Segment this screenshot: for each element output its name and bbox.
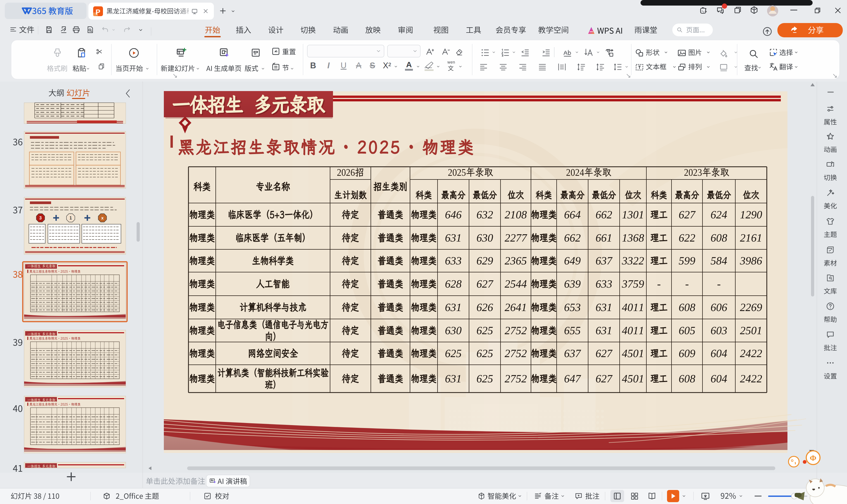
svg-text:S: S: [370, 61, 375, 70]
svg-text:P: P: [95, 8, 100, 16]
svg-text:3: 3: [39, 216, 42, 220]
svg-text:X²: X²: [383, 61, 391, 70]
svg-text:1: 1: [70, 216, 72, 220]
svg-text:A: A: [356, 61, 362, 70]
svg-text:A: A: [406, 60, 412, 69]
svg-text:Φ: Φ: [810, 453, 816, 462]
svg-text:x: x: [102, 216, 104, 220]
svg-text:I: I: [327, 61, 330, 70]
svg-text:U: U: [341, 61, 346, 70]
svg-text:B: B: [310, 61, 316, 70]
